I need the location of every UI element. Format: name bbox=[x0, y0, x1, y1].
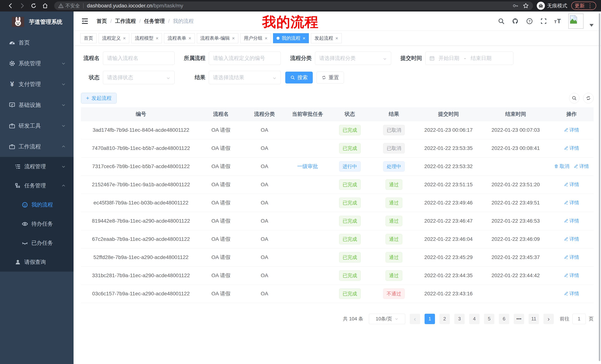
tab-item[interactable]: 流程定义× bbox=[99, 33, 129, 43]
process-name-input[interactable] bbox=[103, 52, 175, 65]
tab-item[interactable]: 流程表单-编辑× bbox=[197, 33, 239, 43]
status-cell: 已完成 bbox=[327, 212, 373, 230]
update-button[interactable]: 更新 ⋮ bbox=[571, 2, 596, 10]
sidebar-item-task-mgmt[interactable]: 任务管理 bbox=[0, 176, 74, 195]
status-select[interactable]: 请选择状态 bbox=[103, 71, 175, 84]
home-icon[interactable] bbox=[42, 3, 48, 9]
tab-item[interactable]: 发起流程× bbox=[311, 33, 341, 43]
tab-item[interactable]: 首页 bbox=[80, 33, 97, 43]
forward-icon[interactable] bbox=[19, 3, 25, 9]
bookmark-star-icon[interactable] bbox=[523, 3, 529, 9]
process-definition-input[interactable] bbox=[209, 52, 281, 65]
tab-active[interactable]: 我的流程× bbox=[273, 33, 309, 43]
actions-cell: 详情 bbox=[550, 121, 594, 139]
sidebar-item-payment[interactable]: ¥ 支付管理 bbox=[0, 74, 74, 95]
tab-item[interactable]: 流程表单× bbox=[164, 33, 195, 43]
tab-item[interactable]: 流程模型× bbox=[131, 33, 162, 43]
cancel-action-link[interactable]: 取消 bbox=[554, 163, 569, 170]
scrollbar[interactable] bbox=[599, 13, 600, 361]
page-button[interactable]: 5 bbox=[484, 314, 494, 324]
close-icon[interactable]: × bbox=[302, 36, 305, 41]
font-size-icon[interactable]: TT bbox=[554, 18, 561, 25]
current-task-cell: 一级审批 bbox=[288, 157, 327, 175]
date-range-picker[interactable]: 开始日期 - 结束日期 bbox=[425, 52, 513, 65]
task-link[interactable]: 一级审批 bbox=[297, 163, 318, 169]
github-icon[interactable] bbox=[512, 18, 519, 25]
close-icon[interactable]: × bbox=[335, 36, 338, 41]
page-button[interactable]: 3 bbox=[454, 314, 465, 324]
start-date-placeholder[interactable]: 开始日期 bbox=[439, 55, 459, 62]
sidebar-item-my-process[interactable]: 我的流程 bbox=[0, 195, 74, 214]
sidebar-item-home[interactable]: 首页 bbox=[0, 32, 74, 53]
detail-action-link[interactable]: 详情 bbox=[564, 272, 579, 279]
url-text[interactable]: dashboard.yudao.iocoder.cn/bpm/task/my bbox=[87, 3, 183, 9]
sidebar-item-workflow[interactable]: 工作流程 bbox=[0, 136, 74, 157]
detail-action-link[interactable]: 详情 bbox=[564, 218, 579, 224]
breadcrumb-separator: / bbox=[110, 18, 112, 24]
page-button[interactable]: 4 bbox=[469, 314, 480, 324]
status-cell: 已完成 bbox=[327, 285, 373, 303]
page-size-select[interactable]: 10条/页 bbox=[369, 314, 405, 324]
status-badge: 已完成 bbox=[339, 125, 361, 135]
close-icon[interactable]: × bbox=[188, 36, 191, 41]
search-button[interactable]: 搜索 bbox=[285, 72, 313, 84]
search-icon[interactable] bbox=[498, 18, 505, 25]
breadcrumb-task-mgmt[interactable]: 任务管理 bbox=[144, 18, 165, 25]
show-search-button[interactable] bbox=[569, 93, 580, 103]
breadcrumb-home[interactable]: 首页 bbox=[97, 18, 107, 25]
close-icon[interactable]: × bbox=[123, 36, 126, 41]
breadcrumb-workflow[interactable]: 工作流程 bbox=[115, 18, 136, 25]
tab-item[interactable]: 用户分组× bbox=[240, 33, 271, 43]
avatar-caret-icon[interactable] bbox=[590, 24, 594, 27]
prev-page-button[interactable]: ‹ bbox=[410, 314, 420, 324]
security-chip[interactable]: 不安全 bbox=[58, 3, 80, 9]
sidebar-item-infra[interactable]: 基础设施 bbox=[0, 95, 74, 115]
create-process-button[interactable]: + 发起流程 bbox=[81, 93, 117, 104]
close-icon[interactable]: × bbox=[232, 36, 235, 41]
detail-action-link[interactable]: 详情 bbox=[564, 145, 579, 151]
browser-menu-icon[interactable]: ⋮ bbox=[587, 3, 593, 9]
close-icon[interactable]: × bbox=[156, 36, 159, 41]
reload-icon[interactable] bbox=[30, 3, 37, 9]
result-badge: 通过 bbox=[386, 270, 402, 281]
fullscreen-icon[interactable] bbox=[540, 18, 547, 25]
page-button[interactable]: 6 bbox=[499, 314, 509, 324]
page-button[interactable]: 2 bbox=[440, 314, 450, 324]
jump-page-input[interactable] bbox=[572, 314, 586, 324]
more-pages-button[interactable]: ••• bbox=[514, 314, 524, 324]
next-page-button[interactable]: › bbox=[543, 314, 554, 324]
close-icon[interactable]: × bbox=[265, 36, 267, 41]
logo-row[interactable]: 芋道管理系统 bbox=[0, 11, 74, 32]
detail-action-link[interactable]: 详情 bbox=[564, 254, 579, 260]
status-badge: 已完成 bbox=[339, 234, 361, 244]
detail-action-link[interactable]: 详情 bbox=[564, 236, 579, 242]
sidebar-item-system[interactable]: 系统管理 bbox=[0, 53, 74, 74]
status-cell: 已完成 bbox=[327, 194, 373, 212]
sidebar-item-devtools[interactable]: 研发工具 bbox=[0, 115, 74, 136]
end-date-placeholder[interactable]: 结束日期 bbox=[471, 55, 491, 62]
incognito-badge: 无痕模式 bbox=[537, 2, 567, 10]
sidebar-item-todo-tasks[interactable]: 待办任务 bbox=[0, 214, 74, 233]
result-select[interactable]: 请选择流结果 bbox=[209, 71, 281, 84]
back-icon[interactable] bbox=[7, 3, 14, 9]
refresh-table-button[interactable] bbox=[583, 93, 594, 103]
detail-action-link[interactable]: 详情 bbox=[564, 127, 579, 133]
detail-action-link[interactable]: 详情 bbox=[574, 163, 589, 170]
submit-time-cell: 2022-01-22 23:46:47 bbox=[415, 212, 482, 230]
page-button[interactable]: 11 bbox=[529, 314, 539, 324]
sidebar-item-process-mgmt[interactable]: 流程管理 bbox=[0, 157, 74, 176]
detail-action-link[interactable]: 详情 bbox=[564, 290, 579, 297]
address-bar[interactable]: 不安全 dashboard.yudao.iocoder.cn/bpm/task/… bbox=[54, 1, 533, 10]
sidebar-item-leave-query[interactable]: 请假查询 bbox=[0, 252, 74, 272]
sidebar-fold-icon[interactable] bbox=[81, 17, 89, 25]
page-button[interactable]: 1 bbox=[425, 314, 435, 324]
help-icon[interactable]: ? bbox=[526, 18, 533, 25]
sidebar-item-done-tasks[interactable]: 已办任务 bbox=[0, 233, 74, 252]
password-key-icon[interactable] bbox=[512, 3, 519, 9]
reset-button[interactable]: 重置 bbox=[316, 72, 344, 84]
category-select[interactable]: 请选择流程分类 bbox=[315, 52, 391, 65]
detail-action-link[interactable]: 详情 bbox=[564, 181, 579, 188]
avatar[interactable] bbox=[568, 14, 583, 29]
url-host: dashboard.yudao.iocoder.cn bbox=[87, 3, 152, 9]
detail-action-link[interactable]: 详情 bbox=[564, 200, 579, 206]
